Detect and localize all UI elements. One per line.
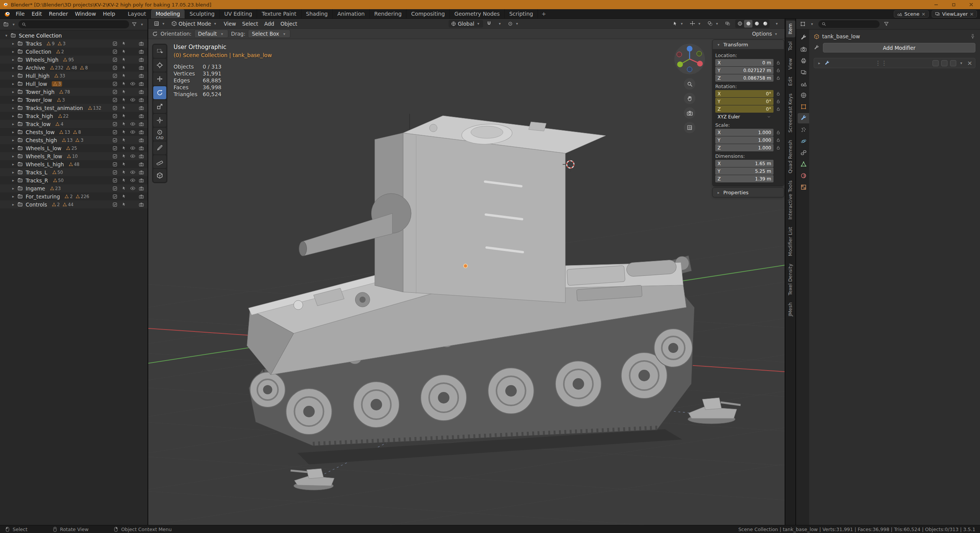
- disable-render-toggle[interactable]: [138, 130, 144, 135]
- render-toggle[interactable]: [950, 60, 956, 66]
- disclosure-icon[interactable]: ▸: [11, 194, 16, 198]
- rotation-mode-dropdown[interactable]: XYZ Euler: [715, 113, 774, 120]
- outliner-row-tracks-r[interactable]: ▸Tracks_R50: [0, 176, 147, 184]
- workspace-tab-sculpting[interactable]: Sculpting: [185, 9, 220, 18]
- selectable-toggle[interactable]: [121, 146, 127, 151]
- modifier-row[interactable]: ▸ ⋮⋮ ▾ ×: [814, 58, 975, 68]
- lock-toggle[interactable]: [775, 60, 781, 65]
- collection-checkbox[interactable]: [112, 130, 118, 135]
- sidebar-tab-edit[interactable]: Edit: [786, 74, 795, 89]
- collection-checkbox[interactable]: [112, 113, 118, 119]
- location-z-field[interactable]: Z0.086758 m: [715, 74, 774, 82]
- filter-icon[interactable]: [131, 21, 137, 27]
- collection-checkbox[interactable]: [112, 170, 118, 175]
- maximize-button[interactable]: [945, 0, 962, 9]
- transform-panel-header[interactable]: ▾Transform: [713, 40, 784, 49]
- outliner-row-ingame[interactable]: ▸Ingame23: [0, 184, 147, 192]
- selectable-toggle[interactable]: [121, 202, 127, 207]
- lock-toggle[interactable]: [775, 130, 781, 135]
- disable-render-toggle[interactable]: [138, 73, 144, 79]
- disable-render-toggle[interactable]: [138, 49, 144, 54]
- sidebar-tab-jmesh[interactable]: JMesh: [786, 299, 795, 320]
- outliner-row-for-texturing[interactable]: ▸For_texturing2226: [0, 192, 147, 200]
- workspace-tab-shading[interactable]: Shading: [302, 9, 333, 18]
- lock-toggle[interactable]: [775, 91, 781, 96]
- distant-tank-right[interactable]: [688, 398, 741, 424]
- properties-tab-view-layer[interactable]: [798, 67, 809, 77]
- selectable-toggle[interactable]: [121, 89, 127, 94]
- menu-render[interactable]: Render: [46, 9, 72, 18]
- close-button[interactable]: [962, 0, 980, 9]
- outliner-row-wheels-high[interactable]: ▸Wheels_high95: [0, 56, 147, 64]
- collection-checkbox[interactable]: [112, 81, 118, 87]
- rotation-y-field[interactable]: Y0°: [715, 98, 774, 105]
- disclosure-icon[interactable]: ▸: [11, 130, 16, 134]
- selectable-toggle[interactable]: [121, 154, 127, 159]
- minimize-button[interactable]: [927, 0, 945, 9]
- properties-tab-material[interactable]: [798, 171, 809, 181]
- properties-panel-header[interactable]: ▸Properties: [713, 188, 784, 197]
- properties-tab-object[interactable]: [798, 102, 809, 112]
- selectable-toggle[interactable]: [121, 105, 127, 110]
- selectability-visibility-button[interactable]: ▾: [670, 20, 687, 27]
- lock-toggle[interactable]: [775, 138, 781, 143]
- outliner-search-input[interactable]: [28, 21, 126, 27]
- viewport-menu-object[interactable]: Object: [277, 21, 300, 27]
- camera-view-button[interactable]: [684, 107, 695, 119]
- menu-help[interactable]: Help: [100, 9, 119, 18]
- tool-add-cube[interactable]: [153, 169, 166, 182]
- selectable-toggle[interactable]: [121, 97, 127, 102]
- selectable-toggle[interactable]: [121, 130, 127, 134]
- disclosure-icon[interactable]: ▸: [11, 122, 16, 126]
- dimensions-z-field[interactable]: Z1.39 m: [715, 175, 774, 182]
- collection-checkbox[interactable]: [112, 57, 118, 62]
- disclosure-icon[interactable]: ▸: [11, 41, 16, 46]
- scale-x-field[interactable]: X1.000: [715, 129, 774, 136]
- selectable-toggle[interactable]: [121, 49, 127, 54]
- disclosure-icon[interactable]: ▸: [11, 178, 16, 182]
- outliner-row-tracks-test-animation[interactable]: ▸Tracks_test_animation132: [0, 104, 147, 112]
- selectable-toggle[interactable]: [121, 121, 127, 126]
- tool-scale[interactable]: [153, 100, 166, 113]
- collection-checkbox[interactable]: [112, 146, 118, 151]
- properties-tab-constraints[interactable]: [798, 148, 809, 158]
- properties-tab-tool[interactable]: [798, 33, 809, 43]
- disable-render-toggle[interactable]: [138, 162, 144, 167]
- sidebar-tab-tool[interactable]: Tool: [786, 38, 795, 54]
- disclosure-icon[interactable]: ▸: [11, 49, 16, 54]
- lock-toggle[interactable]: [775, 99, 781, 104]
- sidebar-tab-modifier-list[interactable]: Modifier List: [786, 224, 795, 259]
- shading-rendered-button[interactable]: [761, 20, 769, 28]
- viewport-canvas[interactable]: User Orthographic (0) Scene Collection |…: [148, 39, 785, 525]
- properties-tab-particles[interactable]: [798, 125, 809, 135]
- edit-mode-toggle[interactable]: [932, 60, 939, 66]
- outliner-row-scene-collection[interactable]: ▾Scene Collection: [0, 31, 147, 39]
- disable-render-toggle[interactable]: [138, 202, 144, 207]
- workspace-tab-animation[interactable]: Animation: [333, 9, 369, 18]
- disclosure-icon[interactable]: ▸: [11, 66, 16, 70]
- collection-checkbox[interactable]: [112, 194, 118, 199]
- viewport-menu-add[interactable]: Add: [261, 21, 277, 27]
- outliner-row-chests-low[interactable]: ▸Chests_low138: [0, 128, 147, 136]
- collection-checkbox[interactable]: [112, 89, 118, 95]
- disclosure-icon[interactable]: ▸: [11, 138, 16, 142]
- selectable-toggle[interactable]: [121, 73, 127, 78]
- properties-tab-texture[interactable]: [798, 182, 809, 192]
- tool-measure[interactable]: [153, 155, 166, 168]
- selectable-toggle[interactable]: [121, 81, 127, 86]
- dimensions-y-field[interactable]: Y5.25 m: [715, 167, 774, 175]
- xray-toggle[interactable]: [723, 20, 733, 27]
- disclosure-icon[interactable]: ▸: [11, 186, 16, 190]
- outliner-row-track-low[interactable]: ▸Track_low4: [0, 120, 147, 128]
- show-gizmo-button[interactable]: ▾: [687, 20, 704, 27]
- shading-material-preview-button[interactable]: [752, 20, 761, 28]
- disable-render-toggle[interactable]: [138, 154, 144, 159]
- collection-checkbox[interactable]: [112, 121, 118, 127]
- add-workspace-button[interactable]: +: [538, 9, 549, 18]
- collection-checkbox[interactable]: [112, 202, 118, 207]
- hide-viewport-toggle[interactable]: [129, 153, 136, 159]
- selectable-toggle[interactable]: [121, 194, 127, 199]
- location-y-field[interactable]: Y0.027127 m: [715, 67, 774, 74]
- menu-window[interactable]: Window: [71, 9, 99, 18]
- orientation-dropdown[interactable]: Default▾: [194, 30, 228, 38]
